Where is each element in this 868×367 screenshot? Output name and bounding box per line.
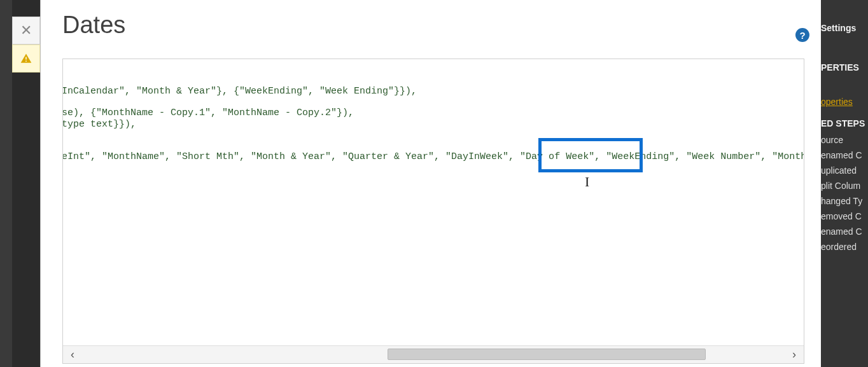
warning-icon <box>20 52 32 65</box>
applied-step-item[interactable]: uplicated <box>821 163 868 178</box>
svg-rect-1 <box>25 60 27 62</box>
page-title: Dates <box>62 11 125 39</box>
right-side-panel: Settings PERTIES operties ED STEPS ource… <box>821 0 868 367</box>
scroll-left-button[interactable]: ‹ <box>63 346 82 363</box>
applied-step-item[interactable]: plit Colum <box>821 178 868 193</box>
help-icon[interactable]: ? <box>795 28 809 42</box>
applied-step-item[interactable]: hanged Ty <box>821 193 868 209</box>
applied-step-item[interactable]: eordered <box>821 239 868 254</box>
applied-step-item[interactable]: enamed C <box>821 148 868 163</box>
advanced-editor-panel: Dates ? InCalendar", "Month & Year"}, {"… <box>40 0 821 367</box>
properties-header: PERTIES <box>821 59 868 76</box>
horizontal-scrollbar[interactable]: ‹ › <box>63 345 804 363</box>
applied-step-item[interactable]: ource <box>821 132 868 148</box>
tab-warning-indicator[interactable] <box>12 45 40 73</box>
scrollbar-track[interactable] <box>82 346 785 363</box>
left-gutter <box>0 0 12 367</box>
code-editor[interactable]: InCalendar", "Month & Year"}, {"WeekEndi… <box>62 59 804 364</box>
scrollbar-thumb[interactable] <box>388 349 706 360</box>
close-icon: ✕ <box>20 22 32 39</box>
svg-rect-0 <box>25 57 27 60</box>
applied-step-item[interactable]: enamed C <box>821 224 868 239</box>
applied-steps-header: ED STEPS <box>821 114 868 132</box>
code-line[interactable]: se), {"MonthName - Copy.1", "MonthName -… <box>63 107 354 118</box>
scroll-right-button[interactable]: › <box>785 346 804 363</box>
code-line[interactable]: type text}}), <box>63 119 136 130</box>
tab-close-button[interactable]: ✕ <box>12 17 40 45</box>
settings-header: Settings <box>821 19 868 37</box>
code-line[interactable]: InCalendar", "Month & Year"}, {"WeekEndi… <box>63 86 417 97</box>
code-line[interactable]: eInt", "MonthName", "Short Mth", "Month … <box>63 151 804 162</box>
applied-step-item[interactable]: emoved C <box>821 209 868 224</box>
text-cursor-icon: I <box>585 174 589 190</box>
code-editor-viewport[interactable]: InCalendar", "Month & Year"}, {"WeekEndi… <box>63 59 804 345</box>
properties-link[interactable]: operties <box>821 94 868 109</box>
